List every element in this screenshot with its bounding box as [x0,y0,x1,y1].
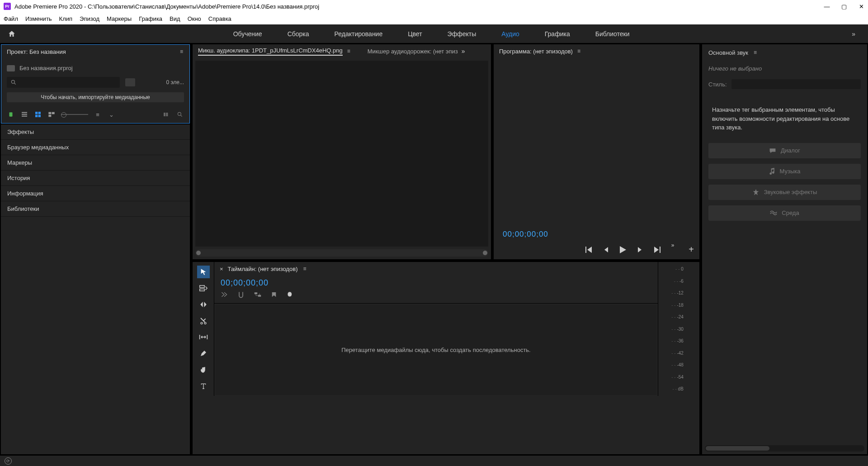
es-music-button[interactable]: Музыка [708,164,861,179]
audio-clip-mixer-tab[interactable]: Микш. аудиоклипа: 1PDT_pJUfmLsLrCmDX4eHQ… [198,47,343,56]
settings-icon[interactable] [287,291,294,299]
timeline-tools [193,262,214,396]
ws-color[interactable]: Цвет [408,30,422,38]
freeform-view-icon[interactable] [47,110,56,119]
svg-rect-6 [35,112,38,114]
menu-sequence[interactable]: Эпизод [80,15,99,22]
automate-icon[interactable] [162,110,170,119]
write-mode-icon[interactable] [7,110,15,119]
panel-media-browser[interactable]: Браузер медиаданных [1,140,190,155]
menu-clip[interactable]: Клип [59,15,72,22]
icon-view-icon[interactable] [34,110,42,119]
program-timecode[interactable]: 00;00;00;00 [494,222,699,243]
svg-marker-18 [587,247,592,253]
insert-overwrite-icon[interactable] [221,291,228,299]
svg-marker-22 [654,247,659,253]
ws-libraries[interactable]: Библиотеки [595,30,630,38]
ripple-edit-tool-icon[interactable] [197,298,210,311]
project-filename: Без названия.prproj [19,65,73,71]
program-tab[interactable]: Программа: (нет эпизодов) [499,48,573,55]
selection-tool-icon[interactable] [197,266,210,278]
statusbar: ⟳ [0,455,868,466]
es-nothing-selected: Ничего не выбрано [702,61,867,76]
menu-markers[interactable]: Маркеры [107,15,132,22]
minimize-button[interactable]: — [824,3,830,10]
maximize-button[interactable]: ▢ [841,3,847,10]
add-marker-tl-icon[interactable] [271,291,277,299]
panel-markers[interactable]: Маркеры [1,155,190,171]
timeline-menu-icon[interactable]: ≡ [302,266,307,272]
play-icon[interactable] [620,246,626,253]
ws-graphics[interactable]: Графика [545,30,570,38]
item-count: 0 эле... [166,79,184,86]
timeline-close-icon[interactable]: × [220,266,223,272]
zoom-slider[interactable] [61,114,88,115]
find-icon[interactable] [176,110,184,119]
type-tool-icon[interactable] [197,380,210,392]
timeline-timecode[interactable]: 00;00;00;00 [221,278,269,287]
hand-tool-icon[interactable] [197,363,210,376]
go-to-in-icon[interactable] [585,247,593,253]
menu-edit[interactable]: Изменить [25,15,52,22]
source-scrollbar[interactable] [195,249,488,257]
es-ambience-button[interactable]: Среда [708,205,861,221]
svg-rect-4 [22,114,27,115]
workspace-overflow-icon[interactable]: » [846,30,861,38]
source-menu-icon[interactable]: ≡ [346,48,351,54]
svg-rect-23 [660,247,660,253]
razor-tool-icon[interactable] [197,314,210,327]
project-search-input[interactable] [7,77,120,88]
timeline-dropzone[interactable]: Перетащите медиафайлы сюда, чтобы создат… [215,304,657,395]
slip-tool-icon[interactable] [197,331,210,343]
es-dialogue-button[interactable]: Диалог [708,143,861,158]
audio-track-mixer-tab[interactable]: Микшер аудиодорожек: (нет эпиз [368,48,458,55]
timeline-tab[interactable]: Таймлайн: (нет эпизодов) [228,266,298,272]
menu-file[interactable]: Файл [4,15,18,22]
dialogue-icon [769,147,776,154]
step-back-icon[interactable] [604,247,609,252]
transport-controls: » + [494,243,699,259]
add-marker-icon[interactable]: + [689,244,694,255]
ws-effects[interactable]: Эффекты [448,30,476,38]
panel-libraries[interactable]: Библиотеки [1,201,190,217]
svg-rect-14 [166,113,168,116]
go-to-out-icon[interactable] [653,247,660,253]
panel-info[interactable]: Информация [1,186,190,201]
svg-rect-7 [38,112,41,114]
track-select-tool-icon[interactable] [197,282,210,295]
project-tab[interactable]: Проект: Без названия [7,48,66,55]
chevron-down-icon[interactable]: ⌄ [107,110,115,119]
source-overflow-icon[interactable]: » [462,48,465,55]
menu-help[interactable]: Справка [208,15,231,22]
close-button[interactable]: ✕ [858,3,864,10]
snap-icon[interactable] [238,291,244,299]
es-style-dropdown[interactable] [731,79,861,89]
cloud-sync-icon[interactable]: ⟳ [5,457,12,465]
panel-history[interactable]: История [1,171,190,186]
es-sfx-button[interactable]: Звуковые эффекты [708,185,861,200]
step-forward-icon[interactable] [637,247,642,252]
menu-graphics[interactable]: Графика [139,15,162,22]
menu-window[interactable]: Окно [188,15,201,22]
linked-selection-icon[interactable] [254,291,261,299]
essential-sound-title: Основной звук [708,49,748,56]
essential-sound-menu-icon[interactable]: ≡ [753,49,758,56]
home-icon[interactable] [7,30,16,38]
ws-audio[interactable]: Аудио [501,30,519,38]
project-menu-icon[interactable]: ≡ [179,48,184,55]
list-view-icon[interactable] [20,110,28,119]
panel-effects[interactable]: Эффекты [1,124,190,140]
pen-tool-icon[interactable] [197,347,210,360]
program-menu-icon[interactable]: ≡ [576,48,581,54]
sort-icon[interactable]: ≡ [94,110,102,119]
svg-rect-11 [52,112,55,114]
project-panel: Проект: Без названия ≡ Без названия.prpr… [1,44,190,124]
ws-assembly[interactable]: Сборка [288,30,309,38]
menu-view[interactable]: Вид [170,15,180,22]
ws-editing[interactable]: Редактирование [335,30,383,38]
svg-rect-2 [9,112,13,116]
es-scrollbar[interactable] [705,445,864,452]
new-bin-icon[interactable] [125,78,135,86]
ws-learn[interactable]: Обучение [233,30,262,38]
transport-overflow-icon[interactable]: » [671,242,675,248]
